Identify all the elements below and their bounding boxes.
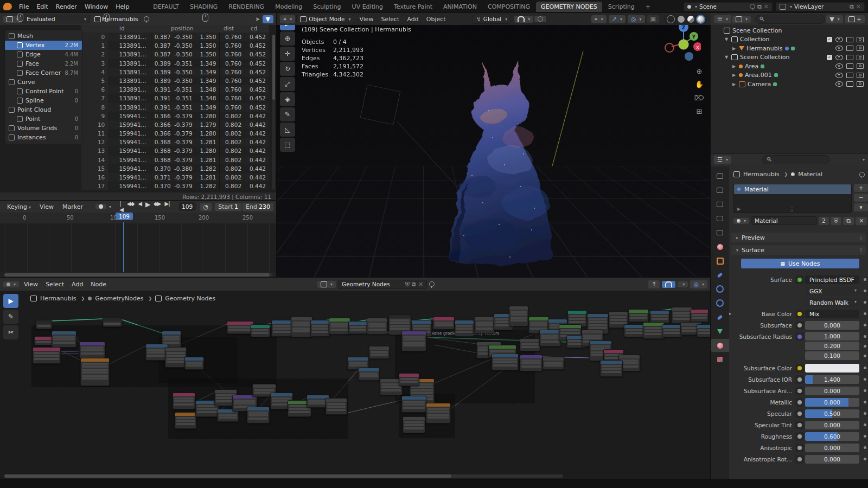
properties-tab-view-layer[interactable]: [711, 212, 729, 225]
pin-icon[interactable]: [144, 16, 149, 22]
node[interactable]: [433, 317, 455, 330]
editor-type-3d-icon[interactable]: ⌖▾: [280, 15, 295, 23]
node[interactable]: [247, 407, 270, 423]
domain-spline[interactable]: Spline0: [5, 96, 82, 105]
disable-render-icon[interactable]: [857, 46, 864, 51]
material-slot-row[interactable]: Material: [734, 184, 851, 194]
blender-logo-icon[interactable]: [3, 3, 12, 10]
dataset-dropdown[interactable]: Evaluated ▾: [23, 15, 90, 23]
expand-icon[interactable]: ▼: [724, 55, 729, 60]
node-graph-canvas[interactable]: Noise gradient to velocity vectors: [0, 291, 711, 473]
menu-render[interactable]: Render: [52, 3, 81, 11]
pan-hand-icon[interactable]: ✋: [694, 79, 704, 89]
table-row[interactable]: 0133891...0.387-0.3501.3500.7600.452: [81, 33, 269, 41]
node[interactable]: [643, 322, 665, 339]
fake-user-shield-icon[interactable]: ⛨: [831, 217, 841, 225]
prop-slider[interactable]: 0.000: [805, 455, 859, 464]
jump-to-end-button[interactable]: ▶|: [163, 201, 171, 213]
table-row[interactable]: 10159941...0.366-0.3791.2790.8020.442: [81, 120, 269, 129]
workspace-tab-compositing[interactable]: COMPOSITING: [483, 2, 535, 12]
material-name-field[interactable]: Material: [751, 216, 817, 225]
breadcrumb-tree[interactable]: Geometry Nodes: [165, 295, 215, 302]
outliner-row-area[interactable]: ▶Area: [711, 62, 868, 71]
tool-links-cut[interactable]: ✂: [3, 325, 18, 339]
table-row[interactable]: 4133891...0.389-0.3501.3490.7600.452: [81, 68, 269, 76]
decorator-dot[interactable]: [864, 324, 866, 326]
unlink-icon[interactable]: ✕: [856, 217, 867, 225]
node-overlays-icon[interactable]: ◎▾: [690, 280, 707, 288]
node[interactable]: [52, 331, 76, 348]
node-snap-dropdown[interactable]: ▾: [678, 281, 688, 287]
node[interactable]: [227, 321, 254, 334]
menu-add[interactable]: Add: [403, 15, 422, 23]
prop-multi-field[interactable]: 0.100: [805, 351, 859, 360]
node[interactable]: [79, 342, 105, 358]
prop-dropdown[interactable]: Random Walk▾: [805, 298, 859, 307]
workspace-tab-texture-paint[interactable]: Texture Paint: [389, 2, 437, 12]
decorator-dot[interactable]: [864, 401, 866, 403]
tool-cursor[interactable]: ⊕: [280, 31, 295, 46]
frame-start-field[interactable]: Start1: [215, 203, 241, 211]
close-icon[interactable]: ✕: [856, 3, 861, 10]
expand-icon[interactable]: ▼: [724, 37, 729, 42]
playhead[interactable]: 109: [123, 222, 124, 272]
prev-keyframe-button[interactable]: ◀◆: [125, 201, 136, 213]
hide-viewport-icon[interactable]: [835, 37, 843, 42]
options-chevron[interactable]: ▾: [863, 157, 865, 162]
breadcrumb-object[interactable]: Hermanubis: [40, 295, 76, 302]
domain-vertex[interactable]: Vertex2.2M: [5, 41, 82, 50]
snap-toggle-icon[interactable]: ▾: [514, 16, 533, 23]
camera-view-icon[interactable]: ⌦: [694, 93, 704, 102]
outliner-row-camera[interactable]: ▶Camera: [711, 80, 868, 89]
panel-surface[interactable]: ▾Surface ⣿: [731, 245, 866, 255]
next-keyframe-button[interactable]: ◆▶: [152, 201, 162, 213]
node[interactable]: [474, 317, 495, 333]
table-row[interactable]: 9159941...0.366-0.3791.2800.8020.442: [81, 112, 269, 120]
viewport-3d[interactable]: ⌖▾ Object Mode▾ ViewSelectAddObject ↯ Gl…: [277, 13, 711, 278]
menu-view[interactable]: View: [36, 203, 58, 211]
use-preview-range-icon[interactable]: ◔: [200, 203, 212, 211]
checkbox-icon[interactable]: ✓: [827, 55, 832, 60]
shading-wireframe-icon[interactable]: [667, 15, 675, 23]
table-row[interactable]: 8133891...0.391-0.3511.3490.7600.452: [81, 103, 269, 112]
node[interactable]: [401, 396, 426, 413]
overlays-dropdown[interactable]: ◎▾: [628, 15, 645, 23]
decorator-dot[interactable]: [864, 446, 866, 449]
editor-type-outliner-icon[interactable]: ☰▾: [714, 15, 731, 23]
zoom-icon[interactable]: ⊕: [694, 66, 704, 76]
properties-tab-particles[interactable]: [711, 282, 729, 296]
panel-preview[interactable]: ▸Preview ⣿: [731, 233, 866, 242]
breadcrumb-modifier[interactable]: GeometryNodes: [95, 295, 143, 302]
node[interactable]: [36, 320, 52, 329]
proportional-edit-icon[interactable]: [534, 16, 546, 22]
browse-material-icon[interactable]: ▾: [733, 218, 749, 224]
node[interactable]: [329, 318, 350, 335]
column-header-dist[interactable]: dist: [224, 25, 234, 31]
xray-toggle-icon[interactable]: ▣: [647, 15, 659, 23]
node-tree-name-field[interactable]: Geometry Nodes ⛨ ⧉ ✕: [338, 280, 427, 289]
shading-solid-icon[interactable]: [678, 16, 685, 23]
expand-icon[interactable]: ▶: [731, 46, 737, 51]
menu-file[interactable]: File: [15, 3, 33, 11]
node[interactable]: [310, 320, 330, 337]
menu-select[interactable]: Select: [42, 280, 68, 288]
table-row[interactable]: 6133891...0.391-0.3511.3480.7600.452: [81, 85, 269, 94]
properties-tab-modifiers[interactable]: [711, 268, 729, 281]
frame-end-field[interactable]: End230: [242, 203, 273, 211]
display-mode-icon[interactable]: ▾: [732, 16, 751, 23]
properties-tab-world[interactable]: [711, 240, 729, 253]
hide-viewport-icon[interactable]: [835, 73, 843, 78]
prop-dropdown[interactable]: GGX▾: [805, 287, 859, 296]
mode-dropdown[interactable]: Object Mode▾: [296, 15, 354, 23]
table-row[interactable]: 17159941...0.370-0.3791.2820.8020.442: [81, 182, 269, 190]
menu-node[interactable]: Node: [87, 280, 110, 288]
prop-slider[interactable]: 0.600: [805, 432, 859, 441]
statue-hermanubis[interactable]: [449, 61, 552, 266]
checkbox-icon[interactable]: ✓: [827, 37, 832, 42]
table-row[interactable]: 1133891...0.387-0.3501.3500.7600.452: [81, 41, 269, 50]
decorator-dot[interactable]: [864, 367, 866, 369]
node[interactable]: [539, 330, 561, 346]
node[interactable]: [369, 346, 390, 359]
tool-annotate[interactable]: ✎: [3, 310, 18, 324]
new-collection-icon[interactable]: +: [845, 15, 865, 23]
